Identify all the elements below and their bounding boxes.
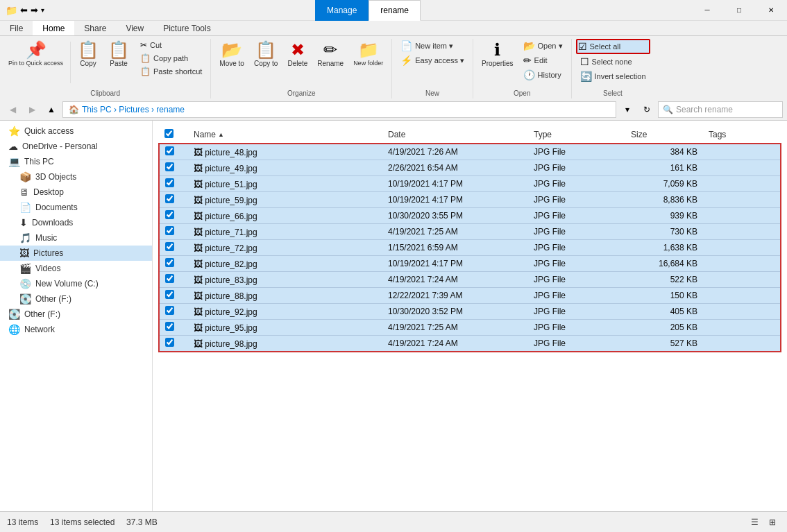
row-checkbox[interactable] bbox=[159, 288, 188, 304]
sidebar-item-onedrive[interactable]: ☁ OneDrive - Personal bbox=[0, 139, 152, 154]
table-row[interactable]: 🖼 picture_51.jpg 10/19/2021 4:17 PM JPG … bbox=[159, 176, 781, 192]
sidebar-item-other-f[interactable]: 💽 Other (F:) bbox=[0, 291, 152, 307]
file-thumb-icon: 🖼 bbox=[194, 163, 203, 173]
file-date: 4/19/2021 7:25 AM bbox=[382, 320, 528, 336]
delete-button[interactable]: ✖ Delete bbox=[283, 39, 312, 70]
sidebar-item-videos[interactable]: 🎬 Videos bbox=[0, 261, 152, 276]
ribbon-tabs: File Home Share View Picture Tools bbox=[0, 21, 787, 36]
table-row[interactable]: 🖼 picture_72.jpg 1/15/2021 6:59 AM JPG F… bbox=[159, 240, 781, 256]
up-button[interactable]: ▲ bbox=[43, 101, 60, 118]
tab-file[interactable]: File bbox=[0, 21, 33, 35]
table-row[interactable]: 🖼 picture_88.jpg 12/22/2021 7:39 AM JPG … bbox=[159, 288, 781, 304]
back-button[interactable]: ◀ bbox=[4, 101, 21, 118]
cut-button[interactable]: ✂ Cut bbox=[136, 39, 206, 51]
new-item-button[interactable]: 📄 New item ▾ bbox=[396, 39, 468, 53]
easy-access-button[interactable]: ⚡ Easy access ▾ bbox=[396, 53, 468, 67]
minimize-button[interactable]: ─ bbox=[691, 0, 723, 21]
paste-button[interactable]: 📋 Paste bbox=[104, 39, 133, 78]
table-row[interactable]: 🖼 picture_48.jpg 4/19/2021 7:26 AM JPG F… bbox=[159, 144, 781, 160]
row-checkbox[interactable] bbox=[159, 240, 188, 256]
table-row[interactable]: 🖼 picture_83.jpg 4/19/2021 7:24 AM JPG F… bbox=[159, 272, 781, 288]
file-tags bbox=[703, 224, 781, 240]
details-view-button[interactable]: ☰ bbox=[747, 515, 762, 530]
sidebar-item-network[interactable]: 🌐 Network bbox=[0, 322, 152, 337]
table-row[interactable]: 🖼 picture_95.jpg 4/19/2021 7:25 AM JPG F… bbox=[159, 320, 781, 336]
select-group: ☑ Select all ☐ Select none 🔄 Invert sele… bbox=[572, 39, 654, 98]
search-box[interactable]: 🔍 Search rename bbox=[658, 101, 783, 118]
select-all-button[interactable]: ☑ Select all bbox=[576, 39, 650, 54]
sidebar-item-other-f2[interactable]: 💽 Other (F:) bbox=[0, 307, 152, 322]
sidebar-item-documents[interactable]: 📄 Documents bbox=[0, 200, 152, 215]
music-icon: 🎵 bbox=[19, 232, 31, 243]
row-checkbox[interactable] bbox=[159, 336, 188, 352]
rename-tab[interactable]: rename bbox=[369, 0, 421, 21]
file-date: 1/15/2021 6:59 AM bbox=[382, 240, 528, 256]
properties-button[interactable]: ℹ Properties bbox=[477, 39, 518, 70]
row-checkbox[interactable] bbox=[159, 256, 188, 272]
rename-button[interactable]: ✏ Rename bbox=[313, 39, 348, 70]
thumbnail-view-button[interactable]: ⊞ bbox=[765, 515, 780, 530]
maximize-button[interactable]: □ bbox=[723, 0, 755, 21]
row-checkbox[interactable] bbox=[159, 160, 188, 176]
row-checkbox[interactable] bbox=[159, 304, 188, 320]
pin-to-quick-access-button[interactable]: 📌 Pin to Quick access bbox=[4, 39, 67, 69]
title-bar: 📁 ⬅ ➡ ▾ Manage rename ─ □ ✕ bbox=[0, 0, 787, 21]
row-checkbox[interactable] bbox=[159, 272, 188, 288]
open-button[interactable]: 📂 Open ▾ bbox=[519, 39, 567, 53]
new-folder-button[interactable]: 📁 New folder bbox=[349, 39, 387, 69]
sidebar-item-new-volume-c[interactable]: 💿 New Volume (C:) bbox=[0, 276, 152, 291]
address-dropdown-button[interactable]: ▾ bbox=[619, 101, 636, 118]
sidebar-item-3d-objects[interactable]: 📦 3D Objects bbox=[0, 169, 152, 185]
table-row[interactable]: 🖼 picture_71.jpg 4/19/2021 7:25 AM JPG F… bbox=[159, 224, 781, 240]
sidebar-item-music[interactable]: 🎵 Music bbox=[0, 230, 152, 246]
row-checkbox[interactable] bbox=[159, 208, 188, 224]
sidebar-item-this-pc[interactable]: 💻 This PC bbox=[0, 154, 152, 169]
row-checkbox[interactable] bbox=[159, 224, 188, 240]
select-none-button[interactable]: ☐ Select none bbox=[576, 55, 650, 69]
table-row[interactable]: 🖼 picture_49.jpg 2/26/2021 6:54 AM JPG F… bbox=[159, 160, 781, 176]
quick-access-icon[interactable]: ⬅ bbox=[20, 5, 28, 15]
header-type[interactable]: Type bbox=[528, 126, 625, 144]
table-row[interactable]: 🖼 picture_66.jpg 10/30/2020 3:55 PM JPG … bbox=[159, 208, 781, 224]
history-button[interactable]: 🕐 History bbox=[519, 68, 567, 82]
row-checkbox[interactable] bbox=[159, 176, 188, 192]
edit-button[interactable]: ✏ Edit bbox=[519, 53, 567, 67]
move-to-button[interactable]: 📂 Move to bbox=[215, 39, 248, 70]
address-path[interactable]: 🏠 This PC › Pictures › rename bbox=[62, 101, 616, 118]
file-name: 🖼 picture_83.jpg bbox=[188, 272, 382, 288]
copy-button[interactable]: 📋 Copy bbox=[74, 39, 103, 78]
tab-picture-tools[interactable]: Picture Tools bbox=[153, 21, 220, 35]
sidebar-item-desktop[interactable]: 🖥 Desktop bbox=[0, 185, 152, 200]
copy-path-button[interactable]: 📋 Copy path bbox=[136, 52, 206, 65]
sidebar-item-downloads[interactable]: ⬇ Downloads bbox=[0, 215, 152, 230]
sidebar-item-quick-access[interactable]: ⭐ Quick access bbox=[0, 123, 152, 139]
tab-share[interactable]: Share bbox=[74, 21, 116, 35]
manage-tab[interactable]: Manage bbox=[315, 0, 369, 21]
table-row[interactable]: 🖼 picture_92.jpg 10/30/2020 3:52 PM JPG … bbox=[159, 304, 781, 320]
quick-access-icon2[interactable]: ➡ bbox=[31, 5, 38, 15]
paste-shortcut-icon: 📋 bbox=[140, 67, 151, 76]
row-checkbox[interactable] bbox=[159, 320, 188, 336]
close-button[interactable]: ✕ bbox=[755, 0, 787, 21]
table-row[interactable]: 🖼 picture_98.jpg 4/19/2021 7:24 AM JPG F… bbox=[159, 336, 781, 352]
refresh-button[interactable]: ↻ bbox=[638, 101, 655, 118]
row-checkbox[interactable] bbox=[159, 192, 188, 208]
tab-home[interactable]: Home bbox=[33, 21, 74, 35]
sidebar-item-pictures[interactable]: 🖼 Pictures bbox=[0, 246, 152, 261]
forward-button[interactable]: ▶ bbox=[24, 101, 40, 118]
copy-to-button[interactable]: 📋 Copy to bbox=[250, 39, 282, 70]
paste-shortcut-button[interactable]: 📋 Paste shortcut bbox=[136, 65, 206, 78]
table-row[interactable]: 🖼 picture_82.jpg 10/19/2021 4:17 PM JPG … bbox=[159, 256, 781, 272]
tab-view[interactable]: View bbox=[116, 21, 153, 35]
header-checkbox[interactable] bbox=[159, 126, 188, 144]
header-size[interactable]: Size bbox=[625, 126, 703, 144]
invert-selection-button[interactable]: 🔄 Invert selection bbox=[576, 69, 650, 83]
table-row[interactable]: 🖼 picture_59.jpg 10/19/2021 4:17 PM JPG … bbox=[159, 192, 781, 208]
header-name[interactable]: Name ▲ bbox=[188, 126, 382, 144]
dropdown-icon[interactable]: ▾ bbox=[41, 6, 44, 14]
header-tags[interactable]: Tags bbox=[703, 126, 781, 144]
file-type: JPG File bbox=[528, 192, 625, 208]
header-date[interactable]: Date bbox=[382, 126, 528, 144]
new-volume-c-icon: 💿 bbox=[19, 278, 31, 289]
row-checkbox[interactable] bbox=[159, 144, 188, 160]
